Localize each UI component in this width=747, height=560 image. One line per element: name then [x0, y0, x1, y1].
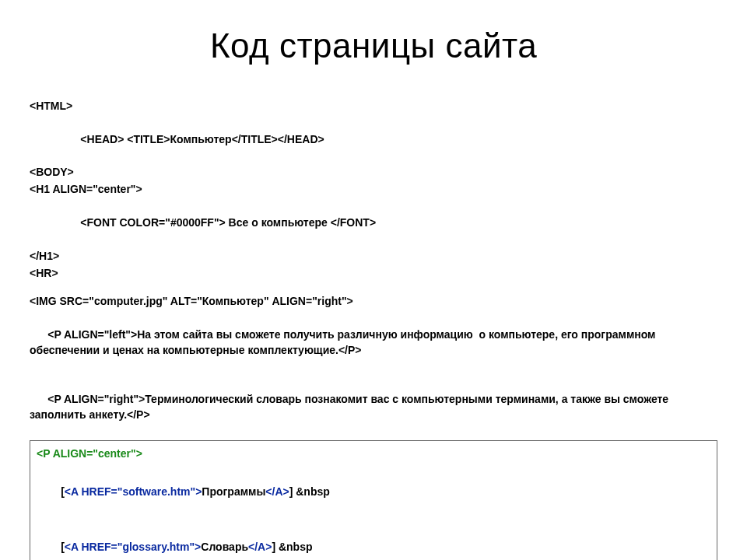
code-line: <P ALIGN="center">: [37, 446, 710, 463]
code-line: <HEAD> <TITLE>Компьютер</TITLE></HEAD>: [30, 115, 717, 163]
code-line: <IMG SRC="computer.jpg" ALT="Компьютер" …: [30, 293, 717, 309]
code-line: [<A HREF="software.htm">Программы</A>] &…: [37, 467, 710, 518]
slide-title: Код страницы сайта: [30, 26, 717, 65]
code-line: </H1>: [30, 248, 717, 264]
code-line: <P ALIGN="right">Терминологический слова…: [30, 376, 717, 439]
code-block: <HTML> <HEAD> <TITLE>Компьютер</TITLE></…: [30, 98, 717, 560]
code-line: <P ALIGN="left">На этом сайта вы сможете…: [30, 311, 717, 374]
slide: Код страницы сайта <HTML> <HEAD> <TITLE>…: [0, 0, 747, 560]
code-line: <HR>: [30, 265, 717, 281]
code-line: [<A HREF="glossary.htm">Словарь</A>] &nb…: [37, 523, 710, 560]
gap: [30, 282, 717, 293]
code-line: <H1 ALIGN="center">: [30, 181, 717, 197]
highlighted-box: <P ALIGN="center"> [<A HREF="software.ht…: [30, 440, 717, 560]
code-line: <HTML>: [30, 98, 717, 114]
code-line: <BODY>: [30, 164, 717, 180]
code-line: <FONT COLOR="#0000FF"> Все о компьютере …: [30, 199, 717, 247]
